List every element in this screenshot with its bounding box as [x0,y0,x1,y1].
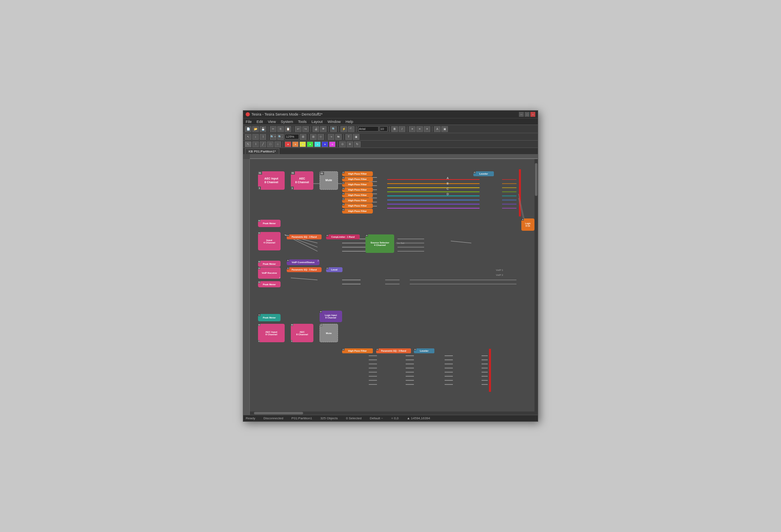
menu-window[interactable]: Window [327,120,341,124]
undo-button[interactable]: ↩ [295,126,301,132]
hpf-3-node[interactable]: 01 High Pass Filter [342,182,373,187]
peq-bot-8-node[interactable]: 01 Parametric EQ - 3 Band [376,348,411,353]
draw-wire[interactable]: ⌇ [252,141,259,147]
draw-line[interactable]: ╱ [260,141,266,147]
logic-8ch-node[interactable]: 15 Logic8 Ch [521,218,534,231]
zoom-circle[interactable]: ⊙ [339,141,346,147]
color-button[interactable]: A [434,126,441,132]
voip-control-node[interactable]: 01 VoIP Control/Status 2 [287,259,320,265]
maximize-button[interactable]: □ [525,112,530,117]
paste-button[interactable]: 📋 [285,126,291,132]
zoom-level[interactable] [285,134,299,139]
zoom-fit[interactable]: ⊞ [300,134,306,140]
menu-edit[interactable]: Edit [256,120,264,124]
zoom-out[interactable]: 🔍- [277,134,284,140]
wire-button[interactable]: ⌇ [260,134,266,140]
italic-button[interactable]: I [399,126,405,132]
peak-meter-voip-bot[interactable]: 01 Peak Meter [258,281,281,287]
menu-layout[interactable]: Layout [311,120,323,124]
hpf-1-node[interactable]: 01 High Pass Filter [342,171,373,176]
hpf-8-node[interactable]: 01 High Pass Filter [342,209,373,214]
rotate-button[interactable]: ↻ [354,141,361,147]
color4[interactable]: ● [307,141,313,147]
group-button[interactable]: ▣ [353,134,359,140]
redo-button[interactable]: ↪ [302,126,309,132]
hpf-4-node[interactable]: 01 High Pass Filter [342,187,373,192]
deploy-button[interactable]: ⚡ [340,126,347,132]
voip-receive-node[interactable]: 01 VoIP Receive 2 [258,267,281,279]
draw-select[interactable]: ↖ [245,141,251,147]
canvas-area[interactable]: 01 AEC Input8 Channel 1 01 AEC8 Channel … [243,154,538,415]
scroll-thumb-h[interactable] [254,412,303,414]
scrollbar-vertical[interactable] [534,159,538,415]
draw-ellipse[interactable]: ○ [274,141,281,147]
find-button[interactable]: 🔍 [330,126,337,132]
peak-meter-1-node[interactable]: 01 Peak Meter [258,220,281,227]
color7[interactable]: ● [329,141,336,147]
pointer-button[interactable]: ↕ [252,134,259,140]
color3[interactable]: ● [299,141,306,147]
connect-button[interactable]: 🔌 [348,126,354,132]
peq-voip-2-node[interactable]: 01 Parametric EQ - 3 Band [287,267,322,272]
mute-1-node[interactable]: 01 Mute [320,171,338,190]
mute-2-node[interactable]: 01 Mute [320,324,338,342]
color2[interactable]: ● [292,141,299,147]
aec-input-2-node[interactable]: 01 AEC Input8 Channel 3 [258,324,285,342]
select-button[interactable]: ↖ [245,134,251,140]
level-voip-2-node[interactable]: 01 Level [326,267,343,272]
route-button[interactable]: ⇢ [328,134,334,140]
menu-help[interactable]: Help [345,120,354,124]
minimize-button[interactable]: ─ [519,112,524,117]
label-button[interactable]: T [345,134,352,140]
open-button[interactable]: 📂 [252,126,259,132]
menu-file[interactable]: File [245,120,253,124]
print-button[interactable]: 🖨 [313,126,319,132]
grid-button[interactable]: ⊞ [310,134,317,140]
peak-meter-bot-node[interactable]: 01 Peak Meter [258,314,281,321]
bold-button[interactable]: B [391,126,398,132]
leveler-bot-8-node[interactable]: 01 Leveler [414,348,434,353]
fill-button[interactable]: ▣ [441,126,448,132]
tab-partition1[interactable]: KB P01:Partition1* [245,148,279,154]
color1[interactable]: ● [285,141,291,147]
status-partition: P01:Partition1 [292,416,312,420]
zoom-in[interactable]: 🔍+ [270,134,276,140]
align-left[interactable]: ≡ [409,126,416,132]
cut-button[interactable]: ✂ [270,126,276,132]
color5[interactable]: ● [314,141,321,147]
save-button[interactable]: 💾 [260,126,266,132]
logic-input-8ch-node[interactable]: 02 Logic Input8 Channel [320,311,342,322]
hpf-5-node[interactable]: 01 High Pass Filter [342,193,373,198]
close-button[interactable]: × [530,112,535,117]
move-button[interactable]: ✛ [347,141,353,147]
menu-view[interactable]: View [267,120,276,124]
autoroute-button[interactable]: ⇆ [335,134,342,140]
align-right[interactable]: ≡ [424,126,430,132]
scrollbar-horizontal[interactable] [250,412,534,415]
preview-button[interactable]: 👁 [320,126,327,132]
hpf-6-node[interactable]: 01 High Pass Filter [342,198,373,203]
aec-8ch-1-node[interactable]: 01 AEC8 Channel 1 [291,171,313,190]
leveler-8-node[interactable]: 01 Leveler [473,171,494,176]
menu-tools[interactable]: Tools [297,120,307,124]
new-button[interactable]: 📄 [245,126,251,132]
input-4ch-node[interactable]: 01 Input4 Channel [258,232,281,250]
aec-8ch-2-node[interactable]: 01 AEC8 Channel 3 [291,324,313,342]
scroll-thumb-v[interactable] [535,163,537,196]
font-size[interactable] [379,126,388,132]
comp-4-node[interactable]: 01 CompLimiter - 1 Band [326,234,360,239]
snap-button[interactable]: ⊹ [317,134,324,140]
peak-meter-voip-top[interactable]: 01 Peak Meter [258,261,281,267]
color6[interactable]: ● [322,141,328,147]
align-center[interactable]: ≡ [416,126,423,132]
draw-rect[interactable]: □ [267,141,274,147]
aec-input-1-node[interactable]: 01 AEC Input8 Channel 1 [258,171,285,190]
menu-system[interactable]: System [280,120,294,124]
hpf-7-node[interactable]: 01 High Pass Filter [342,203,373,208]
hpf-bot-8-node[interactable]: 01 High Pass Filter [342,348,373,353]
source-selector-node[interactable]: 01 Source Selector4 Channel [365,234,394,253]
peq-4-node[interactable]: 01 Parametric EQ - 3 Band [287,234,322,239]
font-select[interactable] [358,126,379,132]
hpf-2-node[interactable]: 01 High Pass Filter [342,177,373,182]
copy-button[interactable]: ⎘ [277,126,284,132]
